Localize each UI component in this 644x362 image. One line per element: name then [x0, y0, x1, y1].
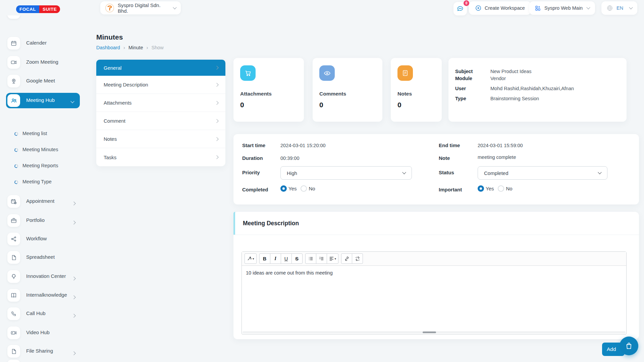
tab-general[interactable]: General	[96, 60, 225, 76]
sidebar-item-label: Zoom Meeting	[26, 59, 58, 65]
sidebar-subitem-label: Meeting Minutes	[22, 147, 58, 152]
sidebar-item-clipped-top[interactable]	[0, 15, 86, 20]
italic-button[interactable]: I	[270, 253, 281, 264]
sidebar-item-zoom-meeting[interactable]: Zoom Meeting	[0, 56, 86, 70]
description-title: Meeting Description	[243, 220, 299, 227]
tab-label: General	[104, 65, 121, 71]
info-value: Brainstorming Session	[490, 96, 539, 101]
align-left-icon	[329, 256, 334, 261]
breadcrumb-item-minute: Minute	[128, 45, 143, 50]
priority-selected-value: High	[287, 170, 297, 176]
chevron-right-icon	[72, 314, 75, 317]
language-selector[interactable]: EN	[601, 1, 637, 15]
tab-tasks[interactable]: Tasks	[96, 148, 225, 166]
sidebar-item-spreadsheet[interactable]: Spreadsheet	[0, 251, 86, 265]
tab-label: Attachments	[104, 100, 131, 106]
sidebar-item-meeting-reports[interactable]: Meeting Reports	[0, 162, 86, 172]
link-button[interactable]	[341, 253, 352, 264]
breadcrumb-link-dashboard[interactable]: Dashboard	[96, 45, 120, 50]
chat-button[interactable]: 0	[453, 2, 467, 15]
meeting-details-panel: Start time 2024-03-01 15:20:00 End time …	[233, 134, 639, 204]
chevron-right-icon	[72, 295, 75, 299]
ordered-list-button[interactable]	[316, 253, 327, 264]
sidebar-item-label: Innovation Center	[26, 273, 66, 279]
sidebar-item-video-hub[interactable]: Video Hub	[0, 326, 86, 341]
info-label: User	[455, 86, 490, 91]
link-icon	[344, 256, 350, 261]
editor-content[interactable]: 10 ideas are come out from this meeting	[242, 266, 626, 280]
caret-down-icon: ▾	[335, 257, 336, 260]
unlink-icon	[355, 256, 360, 261]
chevron-right-icon	[72, 201, 75, 205]
app-icon	[7, 15, 20, 19]
sidebar-subitem-label: Meeting Reports	[22, 163, 58, 168]
detail-tabs-panel: General Meeting Description Attachments …	[96, 60, 225, 166]
rich-text-editor: ▾ B I U S	[241, 251, 627, 335]
radio-completed-no[interactable]	[301, 185, 307, 192]
meeting-info-card: Subject New Product Ideas Module Vendor …	[448, 58, 627, 122]
sidebar-item-label: Appointment	[26, 198, 54, 204]
sidebar-item-calender[interactable]: Calender	[0, 37, 86, 51]
underline-button[interactable]: U	[281, 253, 292, 264]
sidebar-item-meeting-list[interactable]: Meeting list	[0, 129, 86, 139]
chevron-right-icon	[215, 101, 218, 105]
attachments-cart-icon	[240, 65, 256, 81]
sidebar-item-google-meet[interactable]: Google Meet	[0, 75, 86, 89]
floating-bag-button[interactable]	[620, 337, 638, 355]
tab-attachments[interactable]: Attachments	[96, 94, 225, 112]
unlink-button[interactable]	[352, 253, 363, 264]
duration-value: 00:39:00	[280, 156, 299, 161]
description-header: Meeting Description	[233, 212, 639, 235]
radio-important-yes[interactable]	[478, 185, 484, 192]
sidebar-item-internalknowledge[interactable]: Internalknowledge	[0, 289, 86, 303]
note-label: Note	[439, 155, 450, 161]
sidebar-item-portfolio[interactable]: Portfolio	[0, 214, 86, 228]
plus-circle-icon	[475, 5, 482, 11]
stat-card-attachments: Attachments 0	[233, 58, 304, 122]
sidebar-item-label: Google Meet	[26, 78, 55, 83]
end-time-value: 2024-03-01 15:59:00	[478, 143, 523, 148]
sidebar-item-file-sharing[interactable]: File Sharing	[0, 345, 86, 359]
info-row-type: Type Brainstorming Session	[448, 96, 627, 101]
sidebar-item-appointment[interactable]: Appointment	[0, 195, 86, 209]
style-magic-button[interactable]: ▾	[245, 253, 257, 264]
sidebar-item-meeting-hub[interactable]: Meeting Hub	[6, 93, 80, 108]
sidebar-item-label: Meeting Hub	[26, 97, 55, 103]
radio-completed-yes[interactable]	[280, 185, 287, 192]
radio-important-no[interactable]	[498, 185, 504, 192]
sidebar-item-label: Calender	[26, 40, 47, 46]
sidebar-item-meeting-minutes[interactable]: Meeting Minutes	[0, 145, 86, 156]
status-label: Status	[439, 170, 454, 175]
video-plus-icon	[7, 326, 20, 339]
workspace-selector[interactable]: Syspro Web Main	[529, 1, 595, 15]
sidebar-item-clipped-bottom[interactable]	[0, 360, 86, 362]
language-label: EN	[616, 5, 626, 11]
paragraph-align-button[interactable]: ▾	[327, 253, 339, 264]
sidebar-item-innovation-center[interactable]: Innovation Center	[0, 270, 86, 284]
magic-wand-icon	[247, 256, 252, 261]
tab-comment[interactable]: Comment	[96, 112, 225, 130]
strikethrough-button[interactable]: S	[291, 253, 303, 264]
scrollbar-handle[interactable]	[423, 331, 436, 333]
tab-label: Tasks	[104, 155, 116, 160]
shopping-bag-icon	[625, 342, 633, 350]
chevron-right-icon	[72, 221, 75, 224]
chat-bubble-icon	[457, 5, 464, 12]
create-workspace-button[interactable]: Create Workspace	[469, 1, 531, 15]
accent-stripe	[233, 212, 235, 235]
tab-meeting-description[interactable]: Meeting Description	[96, 76, 225, 94]
unordered-list-button[interactable]	[305, 253, 316, 264]
company-selector[interactable]: Syspro Digital Sdn. Bhd.	[100, 1, 181, 14]
bold-button[interactable]: B	[259, 253, 270, 264]
info-value: New Product Ideas	[490, 69, 532, 74]
sidebar-item-call-hub[interactable]: Call Hub	[0, 307, 86, 321]
stat-label: Comments	[319, 91, 376, 97]
chevron-right-icon	[215, 155, 218, 159]
sidebar-item-meeting-type[interactable]: Meeting Type	[0, 178, 86, 188]
sidebar-item-workflow[interactable]: Workflow	[0, 233, 86, 247]
status-select[interactable]: Completed	[478, 166, 607, 180]
priority-select[interactable]: High	[280, 166, 412, 180]
tab-notes[interactable]: Notes	[96, 130, 225, 148]
editor-horizontal-scrollbar[interactable]	[243, 331, 626, 334]
app-icon	[7, 360, 20, 362]
